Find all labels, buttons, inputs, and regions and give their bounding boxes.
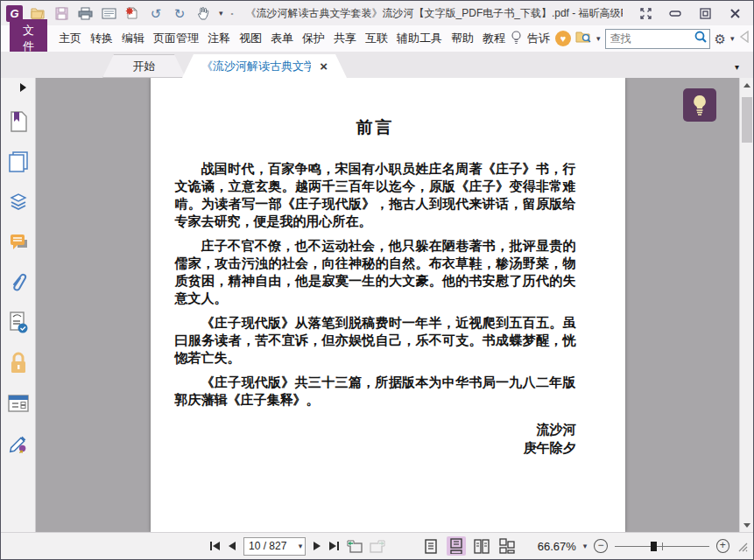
tab-start-label: 开始 [133, 59, 156, 74]
paragraph: 《庄子现代版》从落笔到脱稿费时一年半，近视爬到五百五。虽曰服务读者，苦不宜诉，但… [175, 314, 576, 367]
tab-start[interactable]: 开始 [102, 54, 186, 78]
previous-view-button[interactable] [347, 537, 363, 555]
menu-page-management[interactable]: 页面管理 [149, 27, 203, 50]
statusbar: ▾ 66.67% ▾ − + [1, 532, 753, 559]
main-area: 前言 战国时代，百家争鸣，宋国有小职员姓庄名周著《庄子》书，行文诡谲，立意玄奥。… [1, 78, 753, 532]
window-title: 《流沙河解读古典文学套装》流沙河【文字版_PDF电子书_下载】.pdf - 福昕… [246, 6, 623, 21]
hand-tool-icon[interactable] [195, 5, 211, 21]
next-page-button[interactable] [313, 537, 321, 555]
menu-accessibility[interactable]: 辅助工具 [392, 27, 447, 50]
facing-view-button[interactable] [473, 536, 491, 556]
save-icon[interactable] [53, 5, 69, 21]
page-number-box: ▾ [243, 537, 306, 556]
tell-me-label[interactable]: 告诉 [527, 31, 551, 46]
email-icon[interactable] [101, 5, 116, 21]
bookmarks-icon[interactable] [8, 111, 29, 132]
menu-tutorial[interactable]: 教程 [478, 27, 510, 50]
assistant-lightbulb-button[interactable] [683, 88, 716, 122]
redo-icon[interactable]: ↻ [172, 5, 187, 21]
zoom-slider-thumb[interactable] [651, 542, 657, 551]
page-number-input[interactable] [244, 540, 295, 552]
find-box [605, 29, 710, 49]
tab-document[interactable]: 《流沙河解读古典文学... × [182, 54, 347, 78]
page-number-caret-icon[interactable]: ▾ [299, 542, 303, 550]
gear-icon[interactable]: ⚙ [715, 32, 726, 46]
navigation-sidebar [1, 78, 36, 532]
menu-protect[interactable]: 保护 [298, 27, 329, 50]
search-folder-icon[interactable] [575, 30, 592, 47]
minimize-button[interactable] [662, 4, 688, 23]
gear-caret-icon[interactable]: ▾ [730, 35, 735, 43]
menu-help[interactable]: 帮助 [447, 27, 478, 50]
document-tabbar: 开始 《流沙河解读古典文学... × ▾ [1, 52, 753, 78]
tip-lightbulb-icon[interactable] [510, 30, 523, 48]
last-page-button[interactable] [328, 537, 340, 555]
scroll-up-icon[interactable] [740, 78, 754, 92]
continuous-view-button[interactable] [447, 536, 465, 556]
menu-share[interactable]: 共享 [329, 27, 361, 50]
paragraph: 战国时代，百家争鸣，宋国有小职员姓庄名周著《庄子》书，行文诡谲，立意玄奥。越两千… [175, 160, 576, 230]
undo-icon[interactable]: ↺ [148, 5, 164, 21]
document-view[interactable]: 前言 战国时代，百家争鸣，宋国有小职员姓庄名周著《庄子》书，行文诡谲，立意玄奥。… [36, 78, 739, 532]
tab-close-icon[interactable]: × [320, 60, 328, 73]
menubar: 文件 主页 转换 编辑 页面管理 注释 视图 表单 保护 共享 互联 辅助工具 … [1, 25, 753, 52]
page-body: 战国时代，百家争鸣，宋国有小职员姓庄名周著《庄子》书，行文诡谲，立意玄奥。越两千… [175, 160, 576, 409]
page-heading: 前言 [175, 116, 576, 139]
first-page-button[interactable] [209, 537, 221, 555]
menu-comment[interactable]: 注释 [203, 27, 235, 50]
search-folder-caret-icon[interactable]: ▾ [596, 35, 601, 43]
zoom-slider[interactable] [615, 540, 709, 552]
author-signature: 流沙河 [175, 421, 576, 439]
attachments-icon[interactable] [8, 272, 29, 293]
digital-signatures-icon[interactable] [8, 312, 29, 333]
zoom-in-button[interactable]: + [716, 539, 729, 553]
scrollbar-thumb[interactable] [742, 97, 752, 143]
close-button[interactable] [722, 4, 748, 23]
menu-connect[interactable]: 互联 [361, 27, 392, 50]
layers-icon[interactable] [8, 192, 29, 213]
paragraph: 庄子不官不僚，也不运动社会，他只躲在陋巷著书，批评显贵的儒家，攻击污浊的社会，向… [175, 237, 576, 307]
hand-tool-caret-icon[interactable]: ▾ [219, 10, 223, 18]
print-icon[interactable] [77, 5, 93, 21]
next-view-button[interactable] [370, 537, 385, 555]
security-lock-icon[interactable] [8, 353, 29, 374]
quick-access-toolbar: ↺ ↻ ▾ ⹀ [30, 5, 234, 21]
search-icon[interactable] [694, 30, 708, 47]
menu-home[interactable]: 主页 [54, 27, 86, 50]
menu-items: 主页 转换 编辑 页面管理 注释 视图 表单 保护 共享 互联 辅助工具 帮助 … [54, 27, 510, 50]
nav-back-icon[interactable] [739, 31, 750, 46]
tab-list-caret-icon[interactable]: ▾ [735, 62, 739, 72]
create-pdf-icon[interactable] [124, 5, 140, 21]
app-window: G ↺ ↻ ▾ ⹀ 《流沙河解读古典文学套装》流 [0, 0, 754, 560]
comments-icon[interactable] [8, 232, 29, 253]
fullscreen-button[interactable] [632, 4, 659, 23]
zoom-percentage[interactable]: 66.67% [538, 540, 576, 553]
continuous-facing-view-button[interactable] [498, 536, 517, 556]
menubar-right-tools: 告诉 ♥ ▾ ⚙ ▾ [510, 28, 754, 50]
menu-form[interactable]: 表单 [266, 27, 298, 50]
paragraph: 《庄子现代版》共三十三篇，所据版本为中华书局一九八二年版郭庆藩辑《庄子集释》。 [175, 374, 576, 409]
vertical-scrollbar[interactable] [739, 78, 753, 532]
resize-grip-icon[interactable] [736, 537, 748, 555]
previous-page-button[interactable] [228, 537, 236, 555]
scroll-down-icon[interactable] [740, 518, 754, 532]
restore-button[interactable] [692, 4, 718, 23]
menu-view[interactable]: 视图 [235, 27, 266, 50]
form-fields-icon[interactable] [8, 393, 29, 414]
single-page-view-button[interactable] [421, 536, 440, 556]
signature-date: 庚午除夕 [175, 439, 576, 458]
customize-toolbar-icon[interactable]: ⹀ [231, 10, 234, 18]
zoom-out-button[interactable]: − [594, 539, 607, 553]
signature-pen-icon[interactable] [8, 433, 29, 454]
favorite-heart-icon[interactable]: ♥ [555, 31, 571, 46]
zoom-caret-icon[interactable]: ▾ [583, 542, 588, 550]
find-input[interactable] [610, 32, 694, 45]
pdf-page: 前言 战国时代，百家争鸣，宋国有小职员姓庄名周著《庄子》书，行文诡谲，立意玄奥。… [151, 78, 625, 532]
expand-panel-icon[interactable] [20, 83, 26, 92]
menu-convert[interactable]: 转换 [86, 27, 117, 50]
menu-edit[interactable]: 编辑 [117, 27, 149, 50]
tab-document-label: 《流沙河解读古典文学... [201, 59, 311, 74]
page-thumbnails-icon[interactable] [8, 151, 29, 172]
titlebar: G ↺ ↻ ▾ ⹀ 《流沙河解读古典文学套装》流 [1, 1, 753, 25]
window-controls [632, 4, 748, 23]
